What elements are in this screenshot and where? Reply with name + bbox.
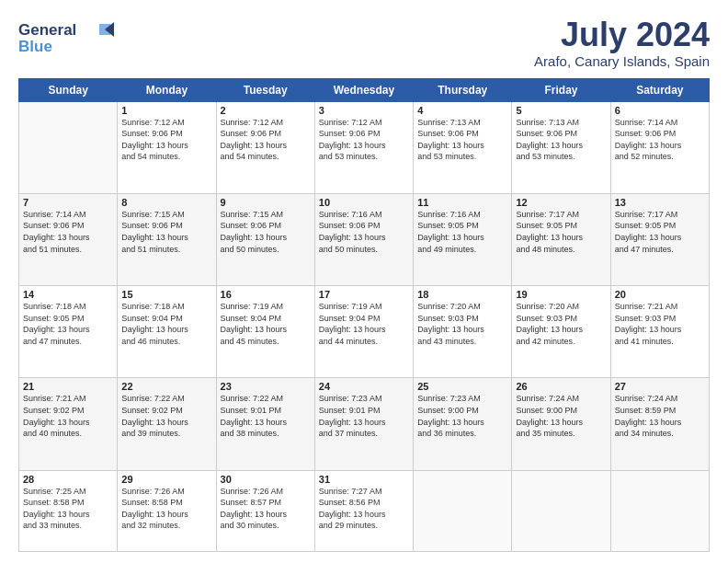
day-info: Sunrise: 7:16 AM Sunset: 9:06 PM Dayligh…	[319, 209, 409, 255]
day-info: Sunrise: 7:23 AM Sunset: 9:01 PM Dayligh…	[319, 393, 409, 439]
calendar-cell: 3Sunrise: 7:12 AM Sunset: 9:06 PM Daylig…	[314, 101, 413, 193]
calendar-week-row: 28Sunrise: 7:25 AM Sunset: 8:58 PM Dayli…	[19, 470, 710, 551]
calendar-cell: 10Sunrise: 7:16 AM Sunset: 9:06 PM Dayli…	[314, 193, 413, 285]
day-info: Sunrise: 7:18 AM Sunset: 9:05 PM Dayligh…	[23, 301, 113, 347]
calendar-cell: 8Sunrise: 7:15 AM Sunset: 9:06 PM Daylig…	[118, 193, 216, 285]
col-header-thursday: Thursday	[414, 78, 512, 101]
calendar-cell: 5Sunrise: 7:13 AM Sunset: 9:06 PM Daylig…	[512, 101, 610, 193]
calendar-cell: 15Sunrise: 7:18 AM Sunset: 9:04 PM Dayli…	[118, 286, 216, 378]
calendar-cell: 29Sunrise: 7:26 AM Sunset: 8:58 PM Dayli…	[118, 470, 216, 551]
calendar-cell: 2Sunrise: 7:12 AM Sunset: 9:06 PM Daylig…	[216, 101, 314, 193]
calendar-cell	[414, 470, 512, 551]
calendar-cell	[19, 101, 118, 193]
calendar-cell: 25Sunrise: 7:23 AM Sunset: 9:00 PM Dayli…	[414, 378, 512, 470]
day-number: 2	[221, 105, 311, 116]
calendar-cell: 9Sunrise: 7:15 AM Sunset: 9:06 PM Daylig…	[216, 193, 314, 285]
svg-text:Blue: Blue	[18, 38, 52, 55]
calendar-cell: 22Sunrise: 7:22 AM Sunset: 9:02 PM Dayli…	[118, 378, 216, 470]
day-info: Sunrise: 7:13 AM Sunset: 9:06 PM Dayligh…	[417, 117, 507, 163]
day-number: 21	[23, 381, 113, 392]
day-number: 10	[319, 197, 409, 208]
day-number: 17	[319, 289, 409, 300]
calendar-cell: 30Sunrise: 7:26 AM Sunset: 8:57 PM Dayli…	[216, 470, 314, 551]
title-block: July 2024 Arafo, Canary Islands, Spain	[534, 17, 710, 69]
day-number: 9	[221, 197, 311, 208]
day-number: 14	[23, 289, 113, 300]
calendar-cell: 20Sunrise: 7:21 AM Sunset: 9:03 PM Dayli…	[610, 286, 709, 378]
day-info: Sunrise: 7:22 AM Sunset: 9:02 PM Dayligh…	[121, 393, 211, 439]
day-number: 22	[121, 381, 211, 392]
day-number: 12	[516, 197, 606, 208]
calendar-cell: 19Sunrise: 7:20 AM Sunset: 9:03 PM Dayli…	[512, 286, 610, 378]
day-info: Sunrise: 7:27 AM Sunset: 8:56 PM Dayligh…	[319, 486, 409, 532]
day-number: 1	[121, 105, 211, 116]
day-number: 25	[417, 381, 507, 392]
day-number: 23	[221, 381, 311, 392]
calendar-week-row: 7Sunrise: 7:14 AM Sunset: 9:06 PM Daylig…	[19, 193, 710, 285]
calendar-cell: 16Sunrise: 7:19 AM Sunset: 9:04 PM Dayli…	[216, 286, 314, 378]
day-info: Sunrise: 7:18 AM Sunset: 9:04 PM Dayligh…	[121, 301, 211, 347]
day-number: 28	[23, 474, 113, 485]
col-header-wednesday: Wednesday	[314, 78, 413, 101]
day-info: Sunrise: 7:17 AM Sunset: 9:05 PM Dayligh…	[516, 209, 606, 255]
calendar-cell: 14Sunrise: 7:18 AM Sunset: 9:05 PM Dayli…	[19, 286, 118, 378]
day-info: Sunrise: 7:20 AM Sunset: 9:03 PM Dayligh…	[417, 301, 507, 347]
day-number: 8	[121, 197, 211, 208]
day-number: 30	[221, 474, 311, 485]
calendar-cell: 26Sunrise: 7:24 AM Sunset: 9:00 PM Dayli…	[512, 378, 610, 470]
calendar-cell: 18Sunrise: 7:20 AM Sunset: 9:03 PM Dayli…	[414, 286, 512, 378]
day-info: Sunrise: 7:21 AM Sunset: 9:02 PM Dayligh…	[23, 393, 113, 439]
logo-svg: General Blue	[18, 17, 119, 57]
calendar-cell: 12Sunrise: 7:17 AM Sunset: 9:05 PM Dayli…	[512, 193, 610, 285]
col-header-friday: Friday	[512, 78, 610, 101]
day-number: 15	[121, 289, 211, 300]
calendar-week-row: 14Sunrise: 7:18 AM Sunset: 9:05 PM Dayli…	[19, 286, 710, 378]
svg-text:General: General	[18, 21, 76, 39]
day-number: 7	[23, 197, 113, 208]
day-info: Sunrise: 7:19 AM Sunset: 9:04 PM Dayligh…	[319, 301, 409, 347]
calendar-cell: 27Sunrise: 7:24 AM Sunset: 8:59 PM Dayli…	[610, 378, 709, 470]
day-number: 24	[319, 381, 409, 392]
month-year-title: July 2024	[534, 17, 710, 53]
day-info: Sunrise: 7:12 AM Sunset: 9:06 PM Dayligh…	[221, 117, 311, 163]
page: General Blue July 2024 Arafo, Canary Isl…	[0, 0, 728, 563]
day-info: Sunrise: 7:21 AM Sunset: 9:03 PM Dayligh…	[615, 301, 705, 347]
day-info: Sunrise: 7:14 AM Sunset: 9:06 PM Dayligh…	[23, 209, 113, 255]
col-header-tuesday: Tuesday	[216, 78, 314, 101]
day-number: 18	[417, 289, 507, 300]
day-number: 4	[417, 105, 507, 116]
calendar-cell: 4Sunrise: 7:13 AM Sunset: 9:06 PM Daylig…	[414, 101, 512, 193]
day-number: 16	[221, 289, 311, 300]
day-info: Sunrise: 7:19 AM Sunset: 9:04 PM Dayligh…	[221, 301, 311, 347]
calendar-cell: 1Sunrise: 7:12 AM Sunset: 9:06 PM Daylig…	[118, 101, 216, 193]
calendar-body: 1Sunrise: 7:12 AM Sunset: 9:06 PM Daylig…	[19, 101, 710, 551]
day-info: Sunrise: 7:13 AM Sunset: 9:06 PM Dayligh…	[516, 117, 606, 163]
day-number: 11	[417, 197, 507, 208]
calendar-cell: 6Sunrise: 7:14 AM Sunset: 9:06 PM Daylig…	[610, 101, 709, 193]
col-header-monday: Monday	[118, 78, 216, 101]
col-header-sunday: Sunday	[19, 78, 118, 101]
calendar-header-row: SundayMondayTuesdayWednesdayThursdayFrid…	[19, 78, 710, 101]
day-info: Sunrise: 7:20 AM Sunset: 9:03 PM Dayligh…	[516, 301, 606, 347]
day-info: Sunrise: 7:17 AM Sunset: 9:05 PM Dayligh…	[615, 209, 705, 255]
day-info: Sunrise: 7:22 AM Sunset: 9:01 PM Dayligh…	[221, 393, 311, 439]
logo: General Blue	[18, 17, 119, 61]
day-number: 27	[615, 381, 705, 392]
day-info: Sunrise: 7:24 AM Sunset: 8:59 PM Dayligh…	[615, 393, 705, 439]
calendar-table: SundayMondayTuesdayWednesdayThursdayFrid…	[18, 78, 710, 552]
location-subtitle: Arafo, Canary Islands, Spain	[534, 53, 710, 69]
calendar-cell: 17Sunrise: 7:19 AM Sunset: 9:04 PM Dayli…	[314, 286, 413, 378]
day-info: Sunrise: 7:24 AM Sunset: 9:00 PM Dayligh…	[516, 393, 606, 439]
calendar-cell	[512, 470, 610, 551]
day-number: 31	[319, 474, 409, 485]
calendar-cell: 23Sunrise: 7:22 AM Sunset: 9:01 PM Dayli…	[216, 378, 314, 470]
day-info: Sunrise: 7:15 AM Sunset: 9:06 PM Dayligh…	[121, 209, 211, 255]
day-number: 26	[516, 381, 606, 392]
day-number: 5	[516, 105, 606, 116]
day-number: 13	[615, 197, 705, 208]
day-info: Sunrise: 7:12 AM Sunset: 9:06 PM Dayligh…	[319, 117, 409, 163]
day-info: Sunrise: 7:15 AM Sunset: 9:06 PM Dayligh…	[221, 209, 311, 255]
col-header-saturday: Saturday	[610, 78, 709, 101]
calendar-cell	[610, 470, 709, 551]
day-number: 20	[615, 289, 705, 300]
